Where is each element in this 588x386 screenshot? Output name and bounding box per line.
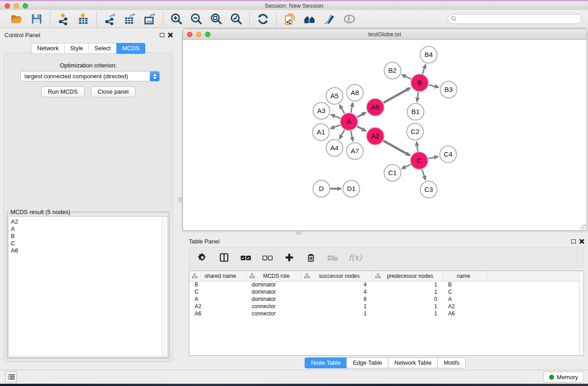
column-header-name[interactable]: name <box>443 271 487 281</box>
tab-network-table[interactable]: Network Table <box>388 357 437 368</box>
tab-select[interactable]: Select <box>89 43 116 54</box>
window-resize-grip[interactable] <box>581 224 586 230</box>
column-header-MCDS-role[interactable]: MCDS role <box>246 271 301 281</box>
maximize-window-button[interactable] <box>23 3 28 9</box>
graph-edge-A-A7[interactable] <box>351 131 353 141</box>
graph-edge-C-C4[interactable] <box>428 157 438 159</box>
delete-column-icon[interactable] <box>305 252 317 263</box>
graph-edge-A-A1[interactable] <box>330 125 340 129</box>
graph-edge-A-A3[interactable] <box>331 114 340 118</box>
graph-edge-C-C1[interactable] <box>402 165 411 169</box>
zoom-fit-icon[interactable] <box>209 12 224 26</box>
criterion-dropdown[interactable]: largest connected component (directed) <box>20 71 160 81</box>
search-input[interactable] <box>448 14 582 24</box>
graph-node-a7[interactable]: A7 <box>347 143 363 160</box>
network-maximize-button[interactable] <box>205 32 210 37</box>
graph-edge-C-C2[interactable] <box>416 142 418 151</box>
deselect-all-icon[interactable] <box>262 252 273 263</box>
column-header-successor-nodes[interactable]: successor nodes <box>301 271 372 281</box>
graph-node-b3[interactable]: B3 <box>440 81 457 98</box>
graph-node-a3[interactable]: A3 <box>313 103 330 119</box>
graph-edge-C-C3[interactable] <box>422 170 425 180</box>
graph-node-c4[interactable]: C4 <box>440 146 457 163</box>
eye-hidden-icon[interactable] <box>342 12 357 26</box>
result-item-a2[interactable]: A2 <box>11 218 167 225</box>
graph-node-a5[interactable]: A5 <box>326 88 343 105</box>
gear-icon[interactable] <box>196 252 208 263</box>
home-icon[interactable] <box>302 12 317 26</box>
graph-node-c2[interactable]: C2 <box>407 124 424 140</box>
close-table-panel-icon[interactable] <box>579 239 584 244</box>
run-mcds-button[interactable]: Run MCDS <box>41 86 85 97</box>
graph-node-d1[interactable]: D1 <box>343 181 360 197</box>
table-scrollbar[interactable] <box>579 271 583 355</box>
tab-network[interactable]: Network <box>31 43 64 54</box>
result-item-a6[interactable]: A6 <box>11 247 167 254</box>
graph-node-c1[interactable]: C1 <box>384 165 401 181</box>
graph-edge-B-B4[interactable] <box>422 64 425 74</box>
close-window-button[interactable] <box>5 3 10 9</box>
table-row-a[interactable]: Adominator80A <box>189 295 583 303</box>
graph-node-a8[interactable]: A8 <box>347 85 363 101</box>
tab-motifs[interactable]: Motifs <box>437 357 466 368</box>
graph-edge-A-A4[interactable] <box>339 130 344 139</box>
graph-edge-B-B1[interactable] <box>417 92 418 101</box>
graph-edge-B-B2[interactable] <box>402 75 411 79</box>
network-close-button[interactable] <box>187 32 192 37</box>
graph-node-d[interactable]: D <box>313 181 330 197</box>
network-minimize-button[interactable] <box>196 32 201 37</box>
table-row-a6[interactable]: A6connector11A6 <box>189 310 583 317</box>
column-header-predecessor-nodes[interactable]: predecessor nodes <box>372 271 443 281</box>
graph-edge-A-A2[interactable] <box>357 126 366 131</box>
graph-node-a4[interactable]: A4 <box>326 140 343 157</box>
refresh-layout-icon[interactable] <box>255 12 271 26</box>
network-canvas[interactable]: B4B2BB3B1A5A8A6A3AA1A2C2A4A7C4CC1C3DD1 <box>183 40 587 230</box>
graph-node-a1[interactable]: A1 <box>313 124 330 141</box>
save-session-icon[interactable] <box>29 12 44 26</box>
graph-edge-B-B3[interactable] <box>429 85 439 87</box>
table-row-b[interactable]: Bdominator41B <box>189 281 583 288</box>
graph-node-a2[interactable]: A2 <box>367 128 384 145</box>
result-item-c[interactable]: C <box>11 240 167 247</box>
add-column-icon[interactable] <box>283 252 295 263</box>
zoom-out-icon[interactable] <box>189 12 204 26</box>
result-item-b[interactable]: B <box>11 233 167 240</box>
float-table-panel-icon[interactable] <box>571 239 576 243</box>
graph-node-c[interactable]: C <box>411 152 428 170</box>
graph-edge-A2-C[interactable] <box>383 141 410 156</box>
graph-node-b[interactable]: B <box>411 74 429 92</box>
task-history-button[interactable] <box>5 372 17 382</box>
graph-node-b1[interactable]: B1 <box>407 104 424 120</box>
export-table-icon[interactable] <box>122 12 138 26</box>
mcds-result-list[interactable]: A2ABCA6 <box>8 216 168 357</box>
network-window-titlebar[interactable]: testGlobe.txt <box>183 29 587 40</box>
stylus-hide-icon[interactable] <box>322 12 337 26</box>
graph-node-a6[interactable]: A6 <box>367 99 384 116</box>
zoom-in-icon[interactable] <box>169 12 184 26</box>
tab-mcds[interactable]: MCDS <box>116 43 145 54</box>
result-scrollbar[interactable] <box>162 217 167 357</box>
tab-style[interactable]: Style <box>64 43 89 54</box>
open-file-icon[interactable] <box>9 12 24 26</box>
tab-node-table[interactable]: Node Table <box>305 357 347 368</box>
import-table-icon[interactable] <box>76 12 91 26</box>
vertical-split-handle[interactable] <box>178 197 182 202</box>
graph-edge-A-A6[interactable] <box>357 112 366 117</box>
zoom-selected-icon[interactable] <box>229 12 244 26</box>
graph-node-c3[interactable]: C3 <box>421 181 437 198</box>
graph-node-b2[interactable]: B2 <box>384 62 401 79</box>
graph-node-a[interactable]: A <box>340 113 358 131</box>
close-panel-icon[interactable] <box>168 33 173 38</box>
graph-edge-A-A5[interactable] <box>339 105 344 114</box>
tab-edge-table[interactable]: Edge Table <box>346 357 388 368</box>
export-network-icon[interactable] <box>102 12 118 26</box>
graph-edge-A-A8[interactable] <box>351 103 353 113</box>
select-all-icon[interactable] <box>240 252 252 263</box>
clone-network-icon[interactable] <box>282 12 297 26</box>
result-item-a[interactable]: A <box>11 225 167 233</box>
table-row-c[interactable]: Cdominator41C <box>189 288 583 295</box>
float-panel-icon[interactable] <box>160 33 164 37</box>
export-image-icon[interactable] <box>142 12 158 26</box>
show-columns-icon[interactable] <box>218 252 230 263</box>
table-row-a2[interactable]: A2connector11A2 <box>189 303 583 310</box>
